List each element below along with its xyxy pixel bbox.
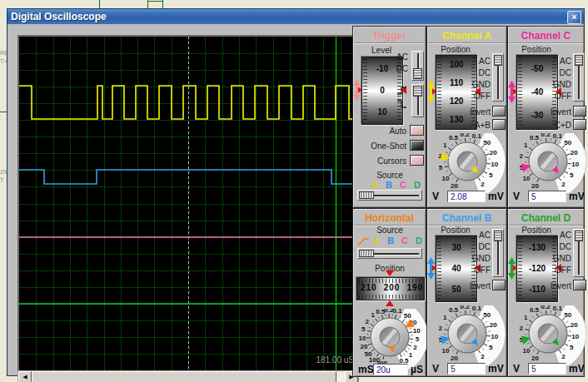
coupling-option-ac: AC bbox=[457, 57, 491, 66]
knob-scale-label: 1 bbox=[443, 141, 447, 149]
source-option-c: C bbox=[399, 236, 411, 246]
knob-scale-label: 0.1 bbox=[553, 133, 563, 139]
channel-d-panel-title: Channel D bbox=[509, 210, 583, 226]
invert-button[interactable] bbox=[492, 106, 506, 117]
sum-label: C+D bbox=[535, 121, 571, 130]
source-option-d: D bbox=[413, 236, 425, 246]
coupling-switch[interactable] bbox=[492, 53, 504, 102]
auto-label: Auto bbox=[356, 127, 406, 136]
knob-scale-label: 5 bbox=[416, 335, 420, 343]
coupling-switch[interactable] bbox=[573, 229, 585, 277]
knob-scale-label: 0.2 bbox=[461, 133, 471, 138]
knob-scale-label: 20 bbox=[451, 182, 458, 190]
knob-scale-label: 2 bbox=[481, 353, 485, 360]
waveform-display[interactable]: 181.00 uS bbox=[17, 35, 359, 372]
auto-button[interactable] bbox=[410, 125, 424, 136]
position-label: Position bbox=[516, 45, 556, 54]
sum-button[interactable] bbox=[492, 119, 506, 130]
knob-scale-label: 5 bbox=[489, 171, 493, 179]
knob-scale-label: 10 bbox=[442, 347, 450, 355]
a-gain-knob[interactable]: 20105210.50.20.150201052 bbox=[429, 133, 506, 193]
position-adjust-arrow[interactable] bbox=[508, 81, 516, 103]
invert-button[interactable] bbox=[492, 280, 506, 290]
coupling-option-gnd: GND bbox=[457, 80, 491, 89]
knob-scale-label: 0.1 bbox=[472, 305, 482, 311]
position-adjust-arrow[interactable] bbox=[427, 81, 435, 103]
slider-handle[interactable] bbox=[359, 250, 374, 257]
coupling-option-dc: DC bbox=[457, 68, 491, 77]
knob-scale-label: 2 bbox=[413, 344, 417, 351]
h-gain-knob[interactable]: 2001005020105210.50.20.15020105210.5 bbox=[353, 309, 426, 369]
scroll-left-button[interactable]: ◀ bbox=[18, 371, 32, 382]
knob-scale-label: 20 bbox=[361, 343, 368, 350]
source-option-a: A bbox=[371, 236, 382, 246]
knob-scale-label: 10 bbox=[491, 161, 498, 168]
invert-button[interactable] bbox=[573, 280, 586, 290]
knob-scale-label: 50 bbox=[564, 139, 571, 146]
horizontal-panel: Horizontal SourceABCDPosition21020019020… bbox=[352, 208, 426, 377]
trigger-source-slider[interactable] bbox=[357, 190, 422, 201]
coupling-switch[interactable] bbox=[573, 53, 585, 102]
switch-handle[interactable] bbox=[413, 86, 422, 97]
switch-handle[interactable] bbox=[494, 231, 502, 241]
sum-button[interactable] bbox=[573, 119, 586, 130]
knob-scale-label: 10 bbox=[523, 175, 531, 182]
horizontal-position-gauge[interactable]: 210200190 bbox=[356, 277, 425, 300]
channel-b-panel: Channel B Position304050ACDCGNDOFFInvert… bbox=[426, 208, 507, 377]
one-shot-button[interactable] bbox=[410, 140, 424, 151]
coupling-option-dc: DC bbox=[538, 242, 571, 251]
switch-handle[interactable] bbox=[494, 55, 502, 66]
position-adjust-arrow[interactable] bbox=[508, 257, 516, 280]
switch-handle[interactable] bbox=[575, 55, 583, 66]
knob-scale-label: 1 bbox=[524, 141, 528, 149]
invert-label: Invert bbox=[454, 281, 491, 290]
position-adjust-arrow[interactable] bbox=[427, 257, 435, 280]
trigger-edge-switch[interactable] bbox=[411, 84, 424, 117]
window-title: Digital Oscilloscope bbox=[11, 11, 107, 22]
invert-button[interactable] bbox=[573, 106, 586, 117]
slider-handle[interactable] bbox=[359, 191, 374, 199]
gain-value-display[interactable]: 5 bbox=[528, 363, 566, 375]
gain-value-display[interactable]: 5 bbox=[528, 191, 566, 202]
knob-unit-right: mV bbox=[569, 191, 585, 202]
gain-value-display[interactable]: 5 bbox=[447, 363, 486, 375]
schematic-text: 29 bbox=[0, 169, 7, 175]
gauge-scale-label: 190 bbox=[403, 283, 426, 292]
b-gain-knob[interactable]: 20105210.50.20.150201052 bbox=[429, 305, 506, 365]
falling-edge-icon bbox=[396, 100, 408, 109]
close-button[interactable]: × bbox=[567, 11, 581, 24]
cursors-button[interactable] bbox=[410, 155, 424, 166]
knob-scale-label: 0.1 bbox=[553, 305, 563, 311]
switch-handle[interactable] bbox=[413, 68, 422, 79]
trigger-coupling-switch[interactable] bbox=[411, 51, 424, 81]
knob-scale-label: 20 bbox=[490, 149, 497, 156]
coupling-switch[interactable] bbox=[492, 229, 504, 277]
coupling-option-dc: DC bbox=[538, 68, 571, 77]
gain-value-display[interactable]: 2.08 bbox=[447, 191, 486, 202]
gauge-marker-top bbox=[386, 270, 394, 276]
knob-scale-label: 0.2 bbox=[541, 133, 551, 138]
knob-scale-label: 2 bbox=[519, 325, 523, 332]
horizontal-scrollbar[interactable]: ◀ ▶ bbox=[17, 370, 359, 382]
source-option-d: D bbox=[411, 180, 423, 190]
coupling-option-gnd: GND bbox=[538, 80, 571, 89]
schematic-wire bbox=[147, 1, 163, 2]
knob-scale-label: 20 bbox=[531, 182, 539, 190]
source-option-b: B bbox=[385, 236, 396, 246]
switch-handle[interactable] bbox=[575, 231, 583, 241]
position-adjust-arrow[interactable] bbox=[353, 79, 361, 102]
knob-scale-label: 0.1 bbox=[472, 133, 482, 139]
scope-svg: 181.00 uS bbox=[19, 37, 357, 370]
gain-value-display[interactable]: 20u bbox=[373, 364, 408, 375]
knob-scale-label: 5 bbox=[570, 344, 574, 351]
oscilloscope-window: Digital Oscilloscope × 181.00 uS ◀ ▶ Tri… bbox=[7, 8, 585, 376]
horizontal-source-slider[interactable] bbox=[357, 248, 422, 259]
knob-scale-label: 0.5 bbox=[530, 306, 540, 314]
d-gain-knob[interactable]: 20105210.50.20.150201052 bbox=[510, 305, 586, 365]
scrollbar-thumb[interactable] bbox=[32, 371, 336, 382]
c-gain-knob[interactable]: 20105210.50.20.150201052 bbox=[510, 133, 586, 193]
window-titlebar[interactable]: Digital Oscilloscope × bbox=[7, 9, 584, 24]
coupling-option-dc: DC bbox=[385, 64, 408, 73]
coupling-option-off: OFF bbox=[538, 92, 571, 101]
knob-scale-label: 50 bbox=[365, 350, 372, 358]
